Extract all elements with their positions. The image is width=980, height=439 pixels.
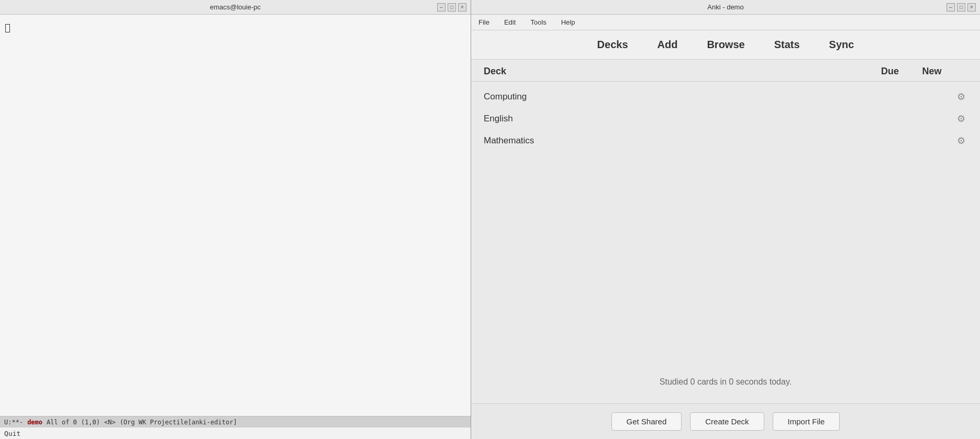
anki-footer: Get Shared Create Deck Import File	[471, 403, 980, 439]
anki-window: Anki - demo – □ × File Edit Tools Help D…	[471, 0, 980, 439]
emacs-quit-label: Quit	[0, 427, 471, 439]
emacs-statusbar: U:**- demo All of 0 (1,0) <N> (Org WK Pr…	[0, 416, 471, 427]
due-col-header: Due	[869, 66, 911, 77]
anki-minimize-button[interactable]: –	[946, 3, 955, 12]
new-col-header: New	[911, 66, 953, 77]
anki-menubar: File Edit Tools Help	[471, 15, 980, 30]
menu-edit[interactable]: Edit	[501, 17, 519, 27]
emacs-maximize-button[interactable]: □	[448, 3, 456, 12]
table-row[interactable]: English ⚙	[471, 108, 980, 130]
studied-text: Studied 0 cards in 0 seconds today.	[471, 361, 980, 403]
emacs-extra: <N>	[104, 419, 116, 426]
toolbar-browse[interactable]: Browse	[700, 37, 751, 53]
anki-titlebar: Anki - demo – □ ×	[471, 0, 980, 15]
gear-icon-english[interactable]: ⚙	[955, 112, 967, 126]
anki-window-controls: – □ ×	[946, 3, 976, 12]
emacs-titlebar: emacs@louie-pc – □ ×	[0, 0, 471, 15]
emacs-window: emacs@louie-pc – □ × U:**- demo All of 0…	[0, 0, 471, 439]
emacs-buffer-name: demo	[27, 419, 42, 426]
menu-tools[interactable]: Tools	[527, 17, 549, 27]
emacs-title: emacs@louie-pc	[210, 3, 261, 11]
deck-col-header: Deck	[484, 66, 869, 77]
gear-icon-mathematics[interactable]: ⚙	[955, 134, 967, 148]
emacs-close-button[interactable]: ×	[458, 3, 466, 12]
toolbar-add[interactable]: Add	[651, 37, 684, 53]
emacs-cursor	[5, 24, 10, 32]
anki-toolbar: Decks Add Browse Stats Sync	[471, 30, 980, 60]
menu-help[interactable]: Help	[558, 17, 578, 27]
anki-title: Anki - demo	[707, 3, 743, 11]
import-file-button[interactable]: Import File	[773, 412, 840, 431]
emacs-mode-line: (Org WK Projectile[anki-editor]	[120, 419, 237, 426]
toolbar-stats[interactable]: Stats	[768, 37, 806, 53]
emacs-position-label: All of 0	[47, 419, 77, 426]
toolbar-decks[interactable]: Decks	[591, 37, 634, 53]
anki-close-button[interactable]: ×	[967, 3, 976, 12]
create-deck-button[interactable]: Create Deck	[690, 412, 764, 431]
toolbar-sync[interactable]: Sync	[823, 37, 861, 53]
deck-name-computing: Computing	[484, 92, 871, 102]
anki-maximize-button[interactable]: □	[957, 3, 965, 12]
deck-name-english: English	[484, 114, 871, 124]
menu-file[interactable]: File	[475, 17, 493, 27]
gear-icon-computing[interactable]: ⚙	[955, 90, 967, 104]
emacs-editor-area[interactable]	[0, 15, 471, 416]
emacs-cursor-pos: (1,0)	[81, 419, 100, 426]
anki-main-area: Deck Due New Computing ⚙ English ⚙ Mathe…	[471, 60, 980, 403]
table-row[interactable]: Computing ⚙	[471, 86, 980, 108]
get-shared-button[interactable]: Get Shared	[611, 412, 682, 431]
deck-list: Computing ⚙ English ⚙ Mathematics ⚙	[471, 82, 980, 361]
emacs-window-controls: – □ ×	[437, 3, 466, 12]
deck-name-mathematics: Mathematics	[484, 136, 871, 146]
table-row[interactable]: Mathematics ⚙	[471, 130, 980, 152]
emacs-minimize-button[interactable]: –	[437, 3, 446, 12]
emacs-mode-indicator: U:**-	[4, 419, 23, 426]
deck-table-header: Deck Due New	[471, 60, 980, 82]
